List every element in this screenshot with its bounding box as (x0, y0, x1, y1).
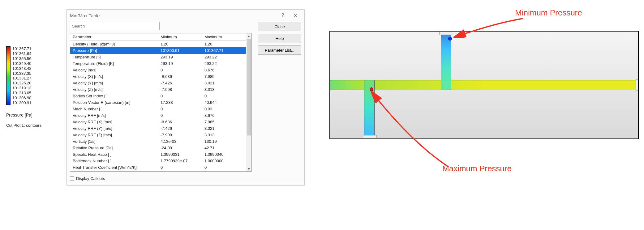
table-cell-name: Pressure [Pa] (70, 47, 158, 54)
arrow-to-max (368, 90, 461, 170)
col-header-parameter[interactable]: Parameter (70, 33, 158, 41)
legend-tick: 101325.20 (12, 81, 31, 85)
dialog-title: Min/Max Table (70, 13, 100, 18)
scroll-down-icon[interactable]: ▼ (246, 166, 251, 171)
help-button[interactable]: Help (258, 34, 301, 43)
table-row[interactable]: Vorticity [1/s]4.13e-03130.19 (70, 138, 246, 145)
table-row[interactable]: Velocity (Z) [m/s]-7.9083.313 (70, 86, 246, 93)
table-cell-name: Mach Number [ ] (70, 106, 158, 112)
search-input[interactable] (70, 22, 160, 30)
table-row[interactable]: Pressure [Pa]101300.91101367.71 (70, 47, 246, 54)
legend-ticks: 101367.71101361.64101355.56101349.491013… (12, 46, 31, 105)
table-cell-name: Bodies Set Index [ ] (70, 93, 158, 99)
table-cell-min: 8.2007660e-08 (158, 171, 202, 171)
table-cell-min: 17.238 (158, 99, 202, 106)
dialog-titlebar[interactable]: Min/Max Table ? ✕ (67, 10, 304, 21)
table-cell-name: Velocity RRF (X) [m/s] (70, 119, 158, 125)
legend-tick: 101313.05 (12, 91, 31, 95)
pipe-horizontal-cap (636, 79, 638, 91)
table-cell-min: 293.19 (158, 54, 202, 60)
table-scrollbar[interactable]: ▲ ▼ (246, 33, 251, 171)
table-row[interactable]: Position Vector R (cartesian) [m]17.2384… (70, 99, 246, 106)
table-cell-max: 130.19 (202, 138, 246, 145)
close-button[interactable]: Close (258, 22, 301, 31)
table-cell-min: 0 (158, 106, 202, 112)
table-row[interactable]: Relative Pressure [Pa]-24.0942.71 (70, 145, 246, 151)
col-header-maximum[interactable]: Maximum (202, 33, 246, 41)
table-cell-name: Position Vector R (cartesian) [m] (70, 99, 158, 106)
table-row[interactable]: Velocity (Y) [m/s]-7.4263.021 (70, 80, 246, 86)
table-row[interactable]: Velocity RRF [m/s]08.676 (70, 112, 246, 119)
table-cell-min: -7.908 (158, 132, 202, 138)
table-cell-min: -8.636 (158, 73, 202, 80)
table-row[interactable]: Specific Heat Ratio [ ]1.39900311.399004… (70, 151, 246, 158)
legend-tick: 101319.13 (12, 86, 31, 90)
table-row[interactable]: Density (Fluid) [kg/m^3]1.201.20 (70, 41, 246, 48)
table-cell-max: 1.0000000 (202, 171, 246, 171)
table-cell-max: 1.3990040 (202, 151, 246, 158)
table-cell-max: 7.985 (202, 73, 246, 80)
table-cell-name: Velocity [m/s] (70, 67, 158, 73)
pipe-top-cap (440, 32, 453, 35)
pipe-horizontal (330, 80, 636, 90)
table-row[interactable]: Velocity RRF (X) [m/s]-8.6367.985 (70, 119, 246, 125)
table-cell-name: Bottleneck Number [ ] (70, 158, 158, 164)
table-row[interactable]: Temperature (Fluid) [K]293.19293.22 (70, 60, 246, 67)
arrow-to-min (452, 17, 532, 42)
table-cell-name: Density (Fluid) [kg/m^3] (70, 41, 158, 48)
table-cell-min: -7.426 (158, 80, 202, 86)
table-cell-max: 1.0000000 (202, 158, 246, 164)
table-cell-max: 8.676 (202, 67, 246, 73)
table-cell-min: 1.3990031 (158, 151, 202, 158)
help-icon[interactable]: ? (277, 11, 289, 20)
table-cell-name: Temperature (Fluid) [K] (70, 60, 158, 67)
legend-plot-name: Cut Plot 1: contours (6, 123, 62, 128)
table-row[interactable]: Velocity RRF (Y) [m/s]-7.4263.021 (70, 125, 246, 132)
table-row[interactable]: Temperature [K]293.19293.22 (70, 54, 246, 60)
legend-tick: 101337.35 (12, 71, 31, 76)
table-row[interactable]: ShortCut Number [ ]8.2007660e-081.000000… (70, 171, 246, 171)
legend-tick: 101306.98 (12, 96, 31, 100)
scroll-up-icon[interactable]: ▲ (246, 33, 251, 38)
table-cell-name: Heat Transfer Coefficient [W/m^2/K] (70, 164, 158, 171)
display-callouts-checkbox[interactable] (70, 177, 74, 181)
table-cell-name: Vorticity [1/s] (70, 138, 158, 145)
table-row[interactable]: Bottleneck Number [ ]1.7799939e-071.0000… (70, 158, 246, 164)
table-row[interactable]: Velocity [m/s]08.676 (70, 67, 246, 73)
scroll-thumb[interactable] (247, 39, 251, 135)
table-cell-max: 7.985 (202, 119, 246, 125)
table-row[interactable]: Bodies Set Index [ ]00 (70, 93, 246, 99)
table-cell-name: Temperature [K] (70, 54, 158, 60)
table-row[interactable]: Mach Number [ ]00.03 (70, 106, 246, 112)
table-cell-max: 42.71 (202, 145, 246, 151)
table-row[interactable]: Velocity (X) [m/s]-8.6367.985 (70, 73, 246, 80)
table-cell-name: Relative Pressure [Pa] (70, 145, 158, 151)
table-cell-min: -7.908 (158, 86, 202, 93)
table-cell-max: 3.313 (202, 86, 246, 93)
minmax-table: Parameter Minimum Maximum Density (Fluid… (70, 33, 252, 172)
table-cell-max: 293.22 (202, 60, 246, 67)
close-icon[interactable]: ✕ (289, 11, 301, 20)
table-cell-max: 8.676 (202, 112, 246, 119)
table-cell-min: 1.7799939e-07 (158, 158, 202, 164)
legend-color-bar (6, 46, 11, 105)
annotation-min-pressure: Minimum Pressure (515, 8, 582, 18)
table-cell-max: 293.22 (202, 54, 246, 60)
table-cell-min: -7.426 (158, 125, 202, 132)
legend-caption: Pressure [Pa] (6, 113, 62, 117)
legend-tick: 101343.42 (12, 66, 31, 71)
col-header-minimum[interactable]: Minimum (158, 33, 202, 41)
table-cell-min: -8.636 (158, 119, 202, 125)
table-row[interactable]: Velocity RRF (Z) [m/s]-7.9083.313 (70, 132, 246, 138)
table-cell-name: Velocity (Z) [m/s] (70, 86, 158, 93)
table-cell-min: 101300.91 (158, 47, 202, 54)
table-cell-name: Velocity RRF (Z) [m/s] (70, 132, 158, 138)
table-cell-max: 0 (202, 93, 246, 99)
legend-tick: 101349.49 (12, 61, 31, 66)
parameter-list-button[interactable]: Parameter List... (258, 45, 301, 55)
table-cell-max: 3.021 (202, 80, 246, 86)
display-callouts-label[interactable]: Display Callouts (76, 176, 105, 181)
table-row[interactable]: Heat Transfer Coefficient [W/m^2/K]00 (70, 164, 246, 171)
table-cell-min: 1.20 (158, 41, 202, 48)
dialog-footer: Display Callouts (70, 176, 105, 181)
